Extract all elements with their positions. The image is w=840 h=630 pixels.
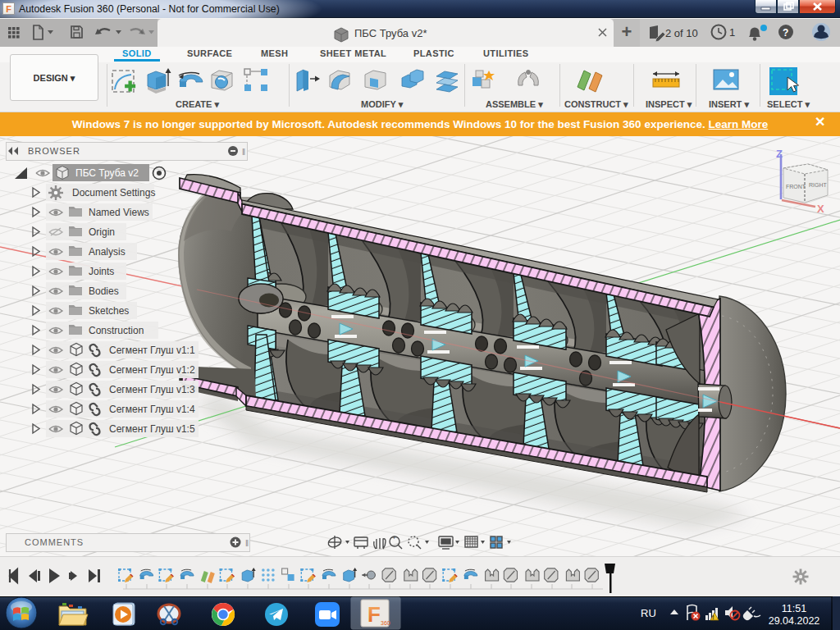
svg-text:FRONT: FRONT	[786, 184, 806, 189]
svg-text:Joints: Joints	[89, 266, 114, 277]
svg-text:Сегмент Глуш v1:5: Сегмент Глуш v1:5	[109, 423, 195, 435]
svg-text:1: 1	[729, 26, 735, 39]
svg-text:360: 360	[381, 620, 390, 626]
svg-text:Sketches: Sketches	[89, 305, 129, 317]
svg-text:‖: ‖	[242, 148, 245, 157]
svg-text:RIGHT: RIGHT	[809, 182, 828, 188]
svg-text:Analysis: Analysis	[89, 246, 126, 258]
svg-text:Z: Z	[776, 148, 783, 160]
svg-text:Document Settings: Document Settings	[72, 187, 155, 199]
svg-text:29.04.2022: 29.04.2022	[769, 615, 820, 627]
svg-text:Сегмент Глуш v1:2: Сегмент Глуш v1:2	[109, 364, 195, 376]
svg-text:Named Views: Named Views	[89, 207, 149, 218]
svg-text:?: ?	[783, 27, 788, 39]
svg-text:ПБС Труба v2: ПБС Труба v2	[75, 167, 139, 179]
svg-text:‖: ‖	[245, 539, 249, 548]
svg-text:ПБС Труба v2*: ПБС Труба v2*	[354, 27, 427, 39]
svg-text:Origin: Origin	[89, 226, 115, 238]
svg-text:Сегмент Глуш v1:4: Сегмент Глуш v1:4	[109, 404, 195, 415]
svg-text:11:51: 11:51	[782, 603, 806, 614]
svg-text:!: !	[712, 614, 714, 620]
svg-text:F: F	[368, 602, 381, 627]
svg-text:Сегмент Глуш v1:3: Сегмент Глуш v1:3	[109, 384, 195, 395]
svg-text:2 of 10: 2 of 10	[665, 27, 698, 39]
svg-text:Construction: Construction	[89, 325, 144, 336]
svg-text:Bodies: Bodies	[89, 285, 119, 297]
svg-text:X: X	[817, 203, 824, 215]
svg-text:RU: RU	[641, 607, 656, 619]
svg-text:Сегмент Глуш v1:1: Сегмент Глуш v1:1	[109, 345, 195, 356]
svg-text:+: +	[392, 534, 396, 541]
